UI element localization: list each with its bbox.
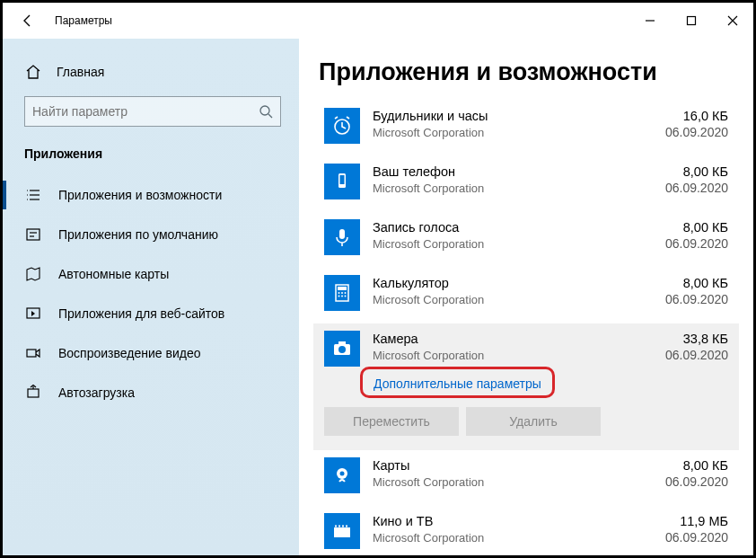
app-publisher: Microsoft Corporation [373, 530, 629, 545]
app-date: 06.09.2020 [629, 348, 728, 363]
app-row-phone[interactable]: Ваш телефон Microsoft Corporation 8,00 К… [319, 156, 734, 212]
list-icon [24, 187, 42, 203]
minimize-button[interactable] [629, 4, 671, 37]
svg-rect-36 [338, 526, 340, 527]
svg-point-24 [345, 292, 347, 294]
app-name: Кино и ТВ [373, 513, 629, 529]
search-input[interactable] [32, 104, 259, 119]
svg-rect-1 [688, 17, 696, 25]
svg-rect-18 [340, 175, 345, 184]
svg-line-3 [268, 114, 272, 118]
search-box[interactable] [24, 96, 281, 127]
app-name: Калькулятор [373, 275, 629, 291]
map-icon [24, 266, 42, 282]
app-size: 16,0 КБ [629, 108, 728, 124]
app-size: 8,00 КБ [629, 219, 728, 235]
app-date: 06.09.2020 [629, 474, 728, 490]
microphone-icon [324, 219, 360, 255]
app-size: 8,00 КБ [629, 275, 728, 291]
svg-point-25 [338, 296, 340, 297]
svg-point-26 [341, 296, 343, 297]
app-size: 11,9 МБ [629, 513, 728, 529]
defaults-icon [24, 226, 42, 243]
back-button[interactable] [12, 4, 44, 37]
svg-point-30 [338, 346, 346, 353]
nav-website-apps[interactable]: Приложения для веб-сайтов [3, 294, 299, 333]
svg-rect-14 [27, 350, 36, 357]
advanced-options-link[interactable]: Дополнительные параметры [374, 376, 541, 391]
app-name: Ваш телефон [373, 164, 629, 180]
nav-label: Приложения и возможности [58, 188, 222, 202]
nav-label: Автономные карты [58, 267, 169, 281]
nav-apps-features[interactable]: Приложения и возможности [3, 175, 299, 215]
app-size: 33,8 КБ [629, 331, 728, 347]
svg-rect-29 [338, 341, 346, 345]
nav-label: Приложения для веб-сайтов [58, 306, 224, 321]
app-row-movies[interactable]: Кино и ТВ Microsoft Corporation 11,9 МБ … [319, 506, 734, 555]
category-header: Приложения [3, 146, 299, 175]
app-name: Камера [373, 331, 629, 347]
svg-point-22 [338, 292, 340, 294]
svg-rect-15 [28, 389, 39, 397]
movies-icon [324, 513, 360, 549]
nav-startup[interactable]: Автозагрузка [3, 373, 299, 412]
app-date: 06.09.2020 [629, 530, 728, 545]
sidebar: Главная Приложения Приложения и возможно… [3, 39, 299, 555]
app-publisher: Microsoft Corporation [373, 474, 629, 490]
app-publisher: Microsoft Corporation [373, 348, 629, 363]
app-size: 8,00 КБ [629, 164, 728, 180]
move-button[interactable]: Переместить [324, 407, 459, 436]
search-icon [259, 104, 273, 119]
maps-app-icon [324, 457, 360, 493]
app-row-maps[interactable]: Карты Microsoft Corporation 8,00 КБ 06.0… [319, 450, 734, 506]
svg-rect-10 [27, 229, 40, 240]
app-name: Карты [373, 457, 629, 474]
svg-point-2 [260, 106, 269, 115]
svg-point-23 [341, 292, 343, 294]
titlebar: Параметры [3, 3, 753, 39]
main-content: Приложения и возможности Будильники и ча… [299, 39, 753, 555]
highlight-ring: Дополнительные параметры [360, 367, 555, 398]
website-icon [24, 306, 42, 322]
nav-label: Приложения по умолчанию [58, 227, 218, 242]
app-row-alarms[interactable]: Будильники и часы Microsoft Corporation … [319, 101, 734, 156]
startup-icon [24, 385, 42, 401]
app-row-camera[interactable]: Камера Microsoft Corporation Дополнитель… [313, 323, 739, 450]
window-controls [629, 4, 753, 37]
nav-label: Воспроизведение видео [58, 346, 200, 360]
settings-window: { "titlebar": { "title": "Параметры" }, … [0, 0, 756, 558]
svg-rect-38 [346, 526, 347, 527]
app-publisher: Microsoft Corporation [373, 125, 629, 140]
home-nav[interactable]: Главная [3, 64, 299, 96]
close-button[interactable] [712, 4, 753, 37]
app-date: 06.09.2020 [629, 292, 728, 307]
app-publisher: Microsoft Corporation [373, 181, 629, 196]
alarm-icon [324, 108, 360, 144]
app-date: 06.09.2020 [629, 236, 728, 252]
app-publisher: Microsoft Corporation [373, 236, 629, 252]
phone-icon [324, 164, 360, 199]
camera-icon [324, 331, 360, 367]
svg-point-32 [340, 472, 345, 476]
nav-video-playback[interactable]: Воспроизведение видео [3, 333, 299, 373]
window-title: Параметры [55, 14, 112, 27]
app-row-voice[interactable]: Запись голоса Microsoft Corporation 8,00… [319, 212, 734, 268]
home-label: Главная [57, 65, 104, 79]
app-row-calculator[interactable]: Калькулятор Microsoft Corporation 8,00 К… [319, 268, 734, 323]
nav-list: Приложения и возможности Приложения по у… [3, 175, 299, 412]
app-publisher: Microsoft Corporation [373, 292, 629, 307]
svg-rect-35 [335, 526, 337, 527]
nav-offline-maps[interactable]: Автономные карты [3, 254, 299, 294]
maximize-button[interactable] [671, 4, 712, 37]
nav-default-apps[interactable]: Приложения по умолчанию [3, 215, 299, 254]
app-name: Будильники и часы [373, 108, 629, 124]
svg-rect-21 [338, 287, 347, 290]
video-icon [24, 345, 42, 361]
calculator-icon [324, 275, 360, 311]
home-icon [24, 64, 42, 80]
app-date: 06.09.2020 [629, 125, 728, 140]
svg-point-27 [345, 296, 347, 297]
uninstall-button[interactable]: Удалить [466, 407, 601, 436]
app-date: 06.09.2020 [629, 181, 728, 196]
app-list: Будильники и часы Microsoft Corporation … [319, 101, 734, 555]
